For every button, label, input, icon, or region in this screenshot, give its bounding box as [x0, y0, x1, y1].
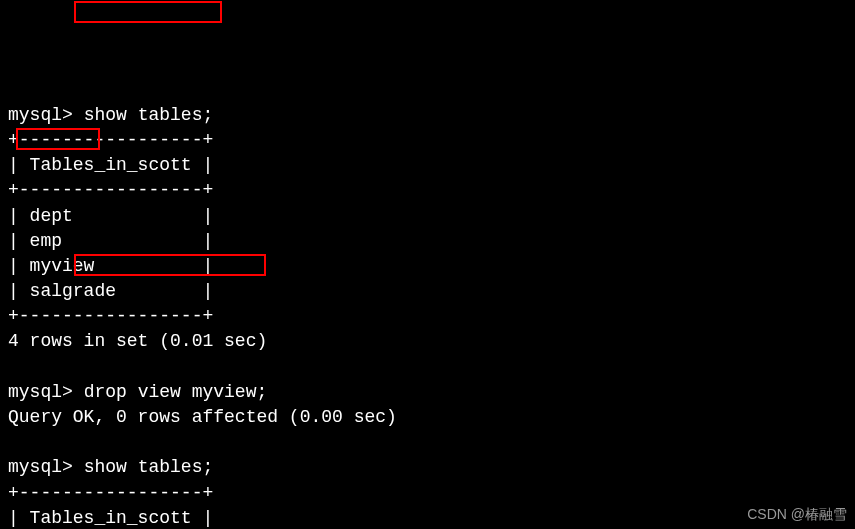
table-border: +-----------------+ [8, 483, 213, 503]
table-row: | dept | [8, 206, 213, 226]
table-header: | Tables_in_scott | [8, 508, 213, 528]
result-text: Query OK, 0 rows affected (0.00 sec) [8, 407, 397, 427]
prompt: mysql> [8, 382, 73, 402]
sql-command: drop view myview; [84, 382, 268, 402]
result-text: 4 rows in set (0.01 sec) [8, 331, 267, 351]
sql-command: show tables; [84, 457, 214, 477]
watermark: CSDN @椿融雪 [747, 505, 847, 525]
prompt: mysql> [8, 105, 73, 125]
table-border: +-----------------+ [8, 130, 213, 150]
table-border: +-----------------+ [8, 306, 213, 326]
highlight-show-tables [74, 1, 222, 23]
table-row: | myview | [8, 256, 213, 276]
table-row: | salgrade | [8, 281, 213, 301]
table-border: +-----------------+ [8, 180, 213, 200]
sql-command: show tables; [84, 105, 214, 125]
table-row: | emp | [8, 231, 213, 251]
table-header: | Tables_in_scott | [8, 155, 213, 175]
terminal-output: mysql> show tables; +-----------------+ … [8, 105, 397, 529]
prompt: mysql> [8, 457, 73, 477]
